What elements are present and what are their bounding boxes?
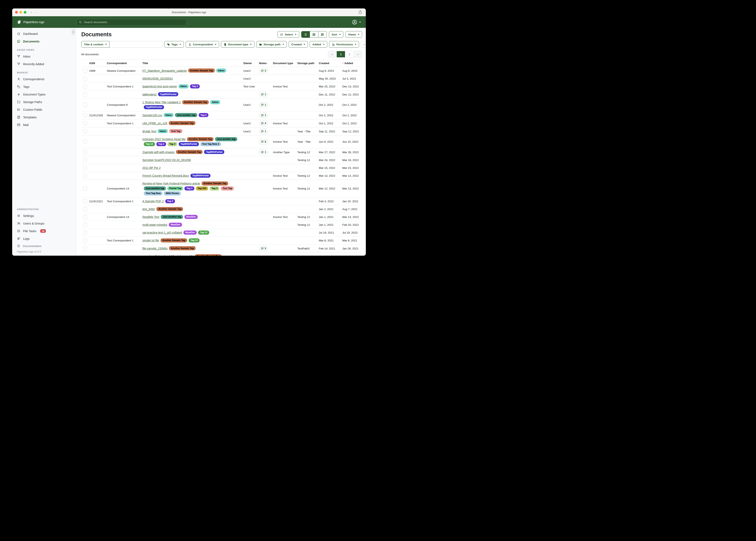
tag-chip[interactable]: TagWithPartial [179, 142, 199, 146]
tag-chip[interactable]: Another Sample Tag [161, 238, 187, 243]
tag-chip[interactable]: Tag 12 [144, 142, 155, 146]
document-title-link[interactable]: test_letter [142, 208, 155, 211]
correspondent-cell[interactable]: Test Correspondent 1 [107, 122, 142, 125]
notes-badge[interactable]: 2 [259, 68, 268, 73]
tag-chip[interactable]: Another Sample Tag [202, 182, 228, 186]
correspondent-cell[interactable]: Test Correspondent 1 [107, 200, 142, 203]
tag-chip[interactable]: Inbox [216, 68, 226, 73]
row-checkbox[interactable] [83, 231, 87, 235]
list-view-button[interactable] [301, 31, 310, 38]
tag-chip[interactable]: TagWithPartial [144, 105, 164, 109]
permissions-filter-button[interactable]: Permissions [329, 41, 359, 48]
tag-chip[interactable]: Inbox [164, 113, 174, 117]
tag-chip[interactable]: Tag 12 [198, 231, 209, 235]
document-title-link[interactable]: French Country Bread Revised.docx [142, 174, 189, 177]
storage-path-cell[interactable]: Year - Title [297, 130, 318, 133]
correspondent-filter-button[interactable]: Correspondent [186, 41, 219, 48]
sidebar-item-storage-paths[interactable]: Storage Paths [12, 98, 76, 106]
sidebar-item-recently-added[interactable]: Recently Added [12, 60, 76, 68]
search-input[interactable] [84, 20, 184, 24]
document-type-cell[interactable]: Invoice Test [273, 85, 296, 88]
storage-path-cell[interactable]: Testing 12 [297, 216, 318, 219]
share-icon[interactable] [358, 10, 363, 14]
tag-chip[interactable]: Just another tag [175, 113, 197, 117]
row-checkbox[interactable] [83, 122, 87, 125]
correspondent-cell[interactable]: Newest Correspondent [107, 114, 142, 117]
sidebar-item-document-types[interactable]: #Document Types [12, 91, 76, 98]
row-checkbox[interactable] [83, 77, 87, 81]
column-header-document-type[interactable]: Document type [273, 62, 296, 65]
tag-chip[interactable]: Inbox [178, 84, 189, 89]
storage-path-cell[interactable]: Testing 12 [297, 151, 318, 154]
correspondent-cell[interactable]: Test Correspondent 1 [107, 239, 142, 242]
storage-path-cell[interactable]: Testing 12 [297, 187, 318, 190]
tag-chip[interactable]: Test Tag New [144, 191, 162, 196]
tag-chip[interactable]: Inbox [210, 100, 220, 104]
tag-chip[interactable]: Tag 3 [210, 186, 219, 191]
select-button[interactable]: Select [278, 31, 299, 38]
row-checkbox[interactable] [83, 85, 87, 89]
row-checkbox[interactable] [83, 239, 87, 243]
views-button[interactable]: Views [345, 31, 362, 38]
row-checkbox[interactable] [83, 150, 87, 154]
tag-chip[interactable]: TagWithPartial [158, 92, 178, 96]
document-title-link[interactable]: [paperless] test post-owner [142, 85, 177, 88]
tag-chip[interactable]: Tag 2 [165, 199, 175, 203]
column-header-storage-path[interactable]: Storage path [297, 62, 318, 65]
storage-path-cell[interactable]: Testing 12 [297, 159, 318, 162]
tags-filter-button[interactable]: Tags [164, 41, 184, 48]
tag-chip[interactable]: TagWithPartial [190, 174, 211, 178]
tag-chip[interactable]: Inbox [158, 129, 168, 133]
row-checkbox[interactable] [83, 69, 87, 73]
document-title-link[interactable]: tablerates2 [142, 93, 157, 96]
tag-chip[interactable]: Another Sample Tag [169, 121, 195, 125]
search-box[interactable] [77, 19, 187, 26]
correspondent-cell[interactable]: Test Correspondent 1 [107, 85, 142, 88]
sidebar-item-dashboard[interactable]: Dashboard [12, 30, 76, 38]
storage-path-cell[interactable]: Year - Title [297, 140, 318, 143]
tag-chip[interactable]: Tag 2 [184, 186, 194, 191]
tag-chip[interactable]: NewOne [183, 231, 197, 235]
tag-chip[interactable]: Just another tag [161, 215, 183, 219]
sidebar-item-documentation[interactable]: Documentation [12, 243, 76, 250]
tag-chip[interactable]: Another Sample Tag [195, 254, 222, 256]
title-content-filter-input[interactable] [110, 41, 162, 48]
document-title-link[interactable]: H7_Napoleon_Bonaparte_zadanie [142, 69, 187, 72]
sidebar-item-file-tasks[interactable]: File Tasks16 [12, 227, 76, 235]
column-header-title[interactable]: Title [142, 62, 242, 65]
document-type-filter-button[interactable]: Document type [221, 41, 255, 48]
correspondent-cell[interactable]: Newest Correspondent [107, 69, 142, 72]
row-checkbox[interactable] [83, 103, 87, 107]
card-view-button[interactable] [318, 31, 327, 38]
tag-chip[interactable]: Tag 12 [189, 238, 200, 243]
tag-chip[interactable]: Test Tag [221, 186, 234, 191]
row-checkbox[interactable] [83, 113, 87, 117]
document-type-cell[interactable]: Invoice Test [273, 174, 296, 177]
notes-badge[interactable]: 4 [259, 121, 268, 126]
notes-badge[interactable]: 6 [259, 139, 268, 145]
document-title-link[interactable]: drylab Test [142, 130, 156, 133]
document-title-link[interactable]: A Sample PDF 2 [142, 200, 164, 203]
notes-badge[interactable]: 1 [259, 102, 268, 108]
pagination-next-button[interactable]: » [353, 51, 362, 57]
brand[interactable]: Paperless-ngx [17, 20, 74, 24]
column-header-created[interactable]: Created [319, 62, 341, 65]
column-header-asn[interactable]: ASN [89, 62, 106, 65]
document-type-cell[interactable]: Another Type [273, 151, 296, 154]
tag-chip[interactable]: Another Sample Tag [176, 150, 203, 154]
correspondent-cell[interactable]: Correspondent 9 [107, 103, 142, 106]
row-checkbox[interactable] [83, 247, 87, 251]
account-menu[interactable] [352, 19, 361, 25]
document-title-link[interactable]: multi-page-mixedxx [142, 223, 167, 227]
storage-path-cell[interactable]: Testing 12 [297, 174, 318, 177]
row-checkbox[interactable] [83, 166, 87, 170]
tag-chip[interactable]: Another Sample Tag [188, 68, 215, 73]
row-checkbox[interactable] [83, 158, 87, 162]
sidebar-item-correspondents[interactable]: Correspondents [12, 75, 76, 83]
close-window-button[interactable] [15, 11, 18, 14]
reset-filters-button[interactable]: ×Reset filters [361, 41, 366, 48]
document-title-link[interactable]: Sonstige ScanPC2022 03-24_081058 [142, 158, 191, 162]
document-title-link[interactable]: 1 Testing New Title Updated 2 [142, 101, 181, 104]
notes-badge[interactable]: 1 [259, 129, 268, 134]
pagination-page-1[interactable]: 1 [337, 51, 345, 57]
